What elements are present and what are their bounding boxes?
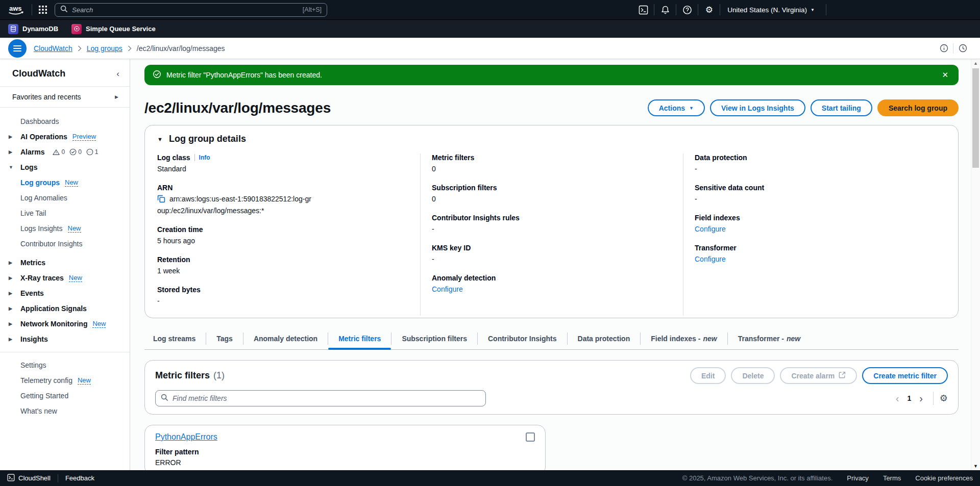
new-badge[interactable]: New [78,376,91,385]
tab-field-indexes[interactable]: Field indexes -new [641,331,727,349]
new-badge[interactable]: New [92,320,106,328]
search-log-group-button[interactable]: Search log group [877,99,959,116]
help-icon[interactable] [678,5,696,15]
chevron-right-icon[interactable]: ▶ [9,260,12,265]
info-icon[interactable] [935,44,953,53]
actions-button[interactable]: Actions ▼ [648,99,705,116]
create-metric-filter-button[interactable]: Create metric filter [862,367,948,384]
view-in-logs-insights-button[interactable]: View in Logs Insights [710,99,805,116]
configure-link[interactable]: Configure [695,224,934,234]
metric-filter-name-link[interactable]: PythonAppErrors [155,432,217,442]
details-panel-header[interactable]: ▼ Log group details [157,134,946,144]
cloudshell-footer-button[interactable]: CloudShell [7,474,51,483]
new-badge[interactable]: New [69,274,82,282]
recent-history-icon[interactable] [953,44,972,53]
next-page-icon[interactable]: › [915,393,927,404]
region-selector[interactable]: United States (N. Virginia) ▼ [722,6,820,14]
sidebar-item-events[interactable]: ▶ Events [0,286,130,301]
sidebar-item-log-groups[interactable]: Log groups New [0,175,130,190]
chevron-right-icon[interactable]: ▶ [9,321,12,326]
hamburger-menu-icon[interactable] [8,39,27,58]
breadcrumb-cloudwatch[interactable]: CloudWatch [34,44,72,53]
sidebar-collapse-icon[interactable]: ‹ [116,69,119,79]
settings-gear-icon[interactable]: ⚙ [700,5,718,15]
delete-button[interactable]: Delete [731,367,775,384]
chevron-right-icon[interactable]: ▶ [9,275,12,280]
sidebar-item-live-tail[interactable]: Live Tail [0,206,130,221]
configure-link[interactable]: Configure [695,254,934,264]
cloudshell-icon[interactable] [634,5,652,15]
edit-button[interactable]: Edit [690,367,726,384]
tab-tags[interactable]: Tags [206,331,243,349]
tab-transformer[interactable]: Transformer -new [728,331,811,349]
sidebar-item-telemetry-config[interactable]: Telemetry config New [0,373,130,388]
search-input[interactable] [72,6,303,14]
tab-data-protection[interactable]: Data protection [568,331,641,349]
field-sensitive-data-count: Sensitive data count - [695,184,934,204]
notifications-bell-icon[interactable] [656,5,674,15]
tab-subscription-filters[interactable]: Subscription filters [391,331,477,349]
tab-metric-filters[interactable]: Metric filters [328,331,391,349]
copyright-text: © 2025, Amazon Web Services, Inc. or its… [682,474,833,482]
privacy-link[interactable]: Privacy [847,474,869,482]
metric-filter-checkbox[interactable] [526,432,535,442]
sidebar-item-dashboards[interactable]: Dashboards [0,114,130,129]
services-grid-icon[interactable] [38,5,47,14]
sidebar-item-log-anomalies[interactable]: Log Anomalies [0,190,130,206]
sidebar-item-getting-started[interactable]: Getting Started [0,388,130,403]
chevron-down-icon[interactable]: ▼ [9,165,13,170]
new-badge[interactable]: New [68,224,81,233]
chevron-right-icon[interactable]: ▶ [9,134,12,139]
sidebar-item-whats-new[interactable]: What's new [0,403,130,419]
chevron-down-icon: ▼ [689,106,694,111]
chevron-right-icon[interactable]: ▶ [9,306,12,311]
close-icon[interactable]: ✕ [940,70,950,80]
sidebar-item-logs-insights[interactable]: Logs Insights New [0,221,130,236]
tab-log-streams[interactable]: Log streams [144,331,206,349]
feedback-button[interactable]: Feedback [65,474,94,482]
preferences-gear-icon[interactable]: ⚙ [940,393,948,404]
console-footer: CloudShell Feedback © 2025, Amazon Web S… [0,470,980,486]
field-transformer: Transformer Configure [695,244,934,264]
sidebar-item-insights[interactable]: ▶ Insights [0,331,130,347]
breadcrumb-log-groups[interactable]: Log groups [87,44,122,53]
info-link[interactable]: Info [199,154,210,161]
sidebar-item-xray-traces[interactable]: ▶ X-Ray traces New [0,270,130,286]
aws-logo-icon[interactable]: aws [7,4,26,16]
sidebar-item-logs[interactable]: ▼ Logs [0,160,130,175]
field-anomaly-detection: Anomaly detection Configure [432,274,671,294]
sidebar-item-contributor-insights[interactable]: Contributor Insights [0,236,130,251]
tab-contributor-insights[interactable]: Contributor Insights [478,331,567,349]
create-alarm-button[interactable]: Create alarm [780,367,857,384]
configure-link[interactable]: Configure [432,284,671,294]
sidebar-item-network-monitoring[interactable]: ▶ Network Monitoring New [0,316,130,331]
favorite-sqs[interactable]: Simple Queue Service [71,24,156,34]
preview-badge[interactable]: Preview [72,133,96,141]
scrollbar-thumb[interactable] [972,68,979,168]
chevron-right-icon[interactable]: ▶ [9,291,12,296]
dynamodb-icon [8,24,18,34]
start-tailing-button[interactable]: Start tailing [811,99,872,116]
previous-page-icon[interactable]: ‹ [892,393,903,404]
tab-anomaly-detection[interactable]: Anomaly detection [243,331,328,349]
sidebar-item-ai-operations[interactable]: ▶ AI Operations Preview [0,129,130,144]
chevron-right-icon[interactable]: ▶ [9,149,12,155]
favorite-dynamodb[interactable]: DynamoDB [8,24,58,34]
sidebar-item-alarms[interactable]: ▶ Alarms 0 0 1 [0,144,130,160]
scroll-down-icon[interactable]: ▼ [971,464,980,469]
sidebar-item-favorites-and-recents[interactable]: Favorites and recents ▶ [0,87,130,107]
sidebar-item-metrics[interactable]: ▶ Metrics [0,255,130,270]
alarm-insufficient-icon [86,148,93,156]
chevron-right-icon[interactable]: ▶ [9,337,12,342]
page-number[interactable]: 1 [903,394,915,402]
copy-icon[interactable] [157,195,165,206]
new-badge[interactable]: New [65,178,78,187]
sidebar-item-application-signals[interactable]: ▶ Application Signals [0,301,130,316]
terms-link[interactable]: Terms [883,474,901,482]
cookie-preferences-link[interactable]: Cookie preferences [915,474,973,482]
find-metric-filters-input[interactable] [173,394,480,402]
sidebar-item-settings[interactable]: Settings [0,357,130,373]
find-metric-filters-box[interactable] [155,390,486,406]
scroll-up-icon[interactable]: ▲ [971,61,980,66]
global-search[interactable]: [Alt+S] [55,3,327,17]
